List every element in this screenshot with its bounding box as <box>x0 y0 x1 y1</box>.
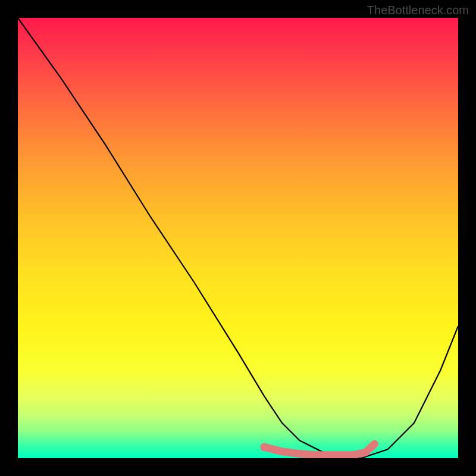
watermark-text: TheBottleneck.com <box>367 4 469 17</box>
optimal-range-highlight <box>264 444 374 455</box>
bottleneck-curve-line <box>18 18 458 458</box>
optimal-range-start-dot <box>260 443 268 452</box>
chart-svg <box>18 18 458 458</box>
plot-area <box>18 18 458 458</box>
